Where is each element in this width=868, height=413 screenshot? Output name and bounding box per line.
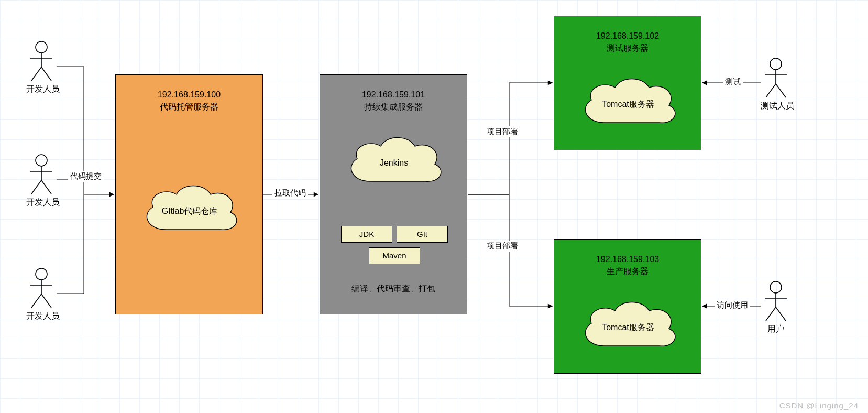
tool-maven: Maven (369, 247, 420, 264)
edge-label-commit: 代码提交 (68, 171, 104, 182)
svg-line-4 (41, 67, 51, 81)
svg-line-14 (41, 294, 51, 308)
server-name: 生产服务器 (554, 265, 701, 277)
svg-line-24 (776, 307, 786, 321)
svg-line-8 (31, 180, 41, 194)
svg-point-5 (36, 155, 47, 166)
svg-point-0 (36, 41, 47, 53)
svg-point-10 (36, 268, 47, 280)
actor-developer-1: 开发人员 (26, 41, 57, 95)
cloud-tomcat-prod: Tomcat服务器 (576, 296, 680, 354)
server-ip: 192.168.159.101 (320, 89, 467, 101)
server-test: 192.168.159.102 测试服务器 Tomcat服务器 (554, 16, 701, 150)
actor-label: 开发人员 (26, 84, 57, 95)
cloud-label: GItlab代码仓库 (162, 201, 218, 217)
actor-label: 用户 (761, 324, 791, 335)
server-name: 测试服务器 (554, 42, 701, 54)
svg-line-13 (31, 294, 41, 308)
cloud-label: Tomcat服务器 (602, 94, 654, 110)
cloud-jenkins: Jenkins (342, 132, 446, 189)
svg-line-9 (41, 180, 51, 194)
tool-git: GIt (397, 226, 448, 243)
ci-caption: 编译、代码审查、打包 (320, 284, 467, 295)
actor-developer-2: 开发人员 (26, 154, 57, 208)
cloud-label: Tomcat服务器 (602, 317, 654, 333)
actor-user: 用户 (761, 281, 791, 335)
actor-tester: 测试人员 (761, 58, 791, 112)
svg-line-23 (766, 307, 776, 321)
svg-line-3 (31, 67, 41, 81)
svg-point-15 (770, 58, 782, 70)
server-ip: 192.168.159.103 (554, 253, 701, 265)
svg-line-18 (766, 84, 776, 97)
server-code-hosting: 192.168.159.100 代码托管服务器 GItlab代码仓库 (115, 74, 263, 314)
server-prod: 192.168.159.103 生产服务器 Tomcat服务器 (554, 239, 701, 374)
tool-jdk: JDK (341, 226, 392, 243)
edge-label-deploy-test: 项目部署 (485, 126, 520, 137)
server-name: 持续集成服务器 (320, 101, 467, 113)
cloud-label: Jenkins (380, 153, 408, 168)
actor-label: 开发人员 (26, 311, 57, 322)
actor-label: 开发人员 (26, 197, 57, 208)
edge-label-pull: 拉取代码 (272, 188, 308, 199)
edge-label-test: 测试 (723, 77, 743, 88)
cloud-gitlab: GItlab代码仓库 (137, 180, 242, 237)
actor-label: 测试人员 (761, 101, 791, 112)
svg-point-20 (770, 281, 782, 293)
server-ip: 192.168.159.102 (554, 30, 701, 42)
edge-label-deploy-prod: 项目部署 (485, 241, 520, 252)
server-ci: 192.168.159.101 持续集成服务器 Jenkins JDK GIt … (320, 74, 467, 314)
watermark: CSDN @Linging_24 (779, 401, 859, 410)
server-name: 代码托管服务器 (116, 101, 262, 113)
edge-label-use: 访问使用 (715, 300, 750, 311)
svg-line-19 (776, 84, 786, 97)
server-ip: 192.168.159.100 (116, 89, 262, 101)
actor-developer-3: 开发人员 (26, 268, 57, 322)
cloud-tomcat-test: Tomcat服务器 (576, 73, 680, 131)
